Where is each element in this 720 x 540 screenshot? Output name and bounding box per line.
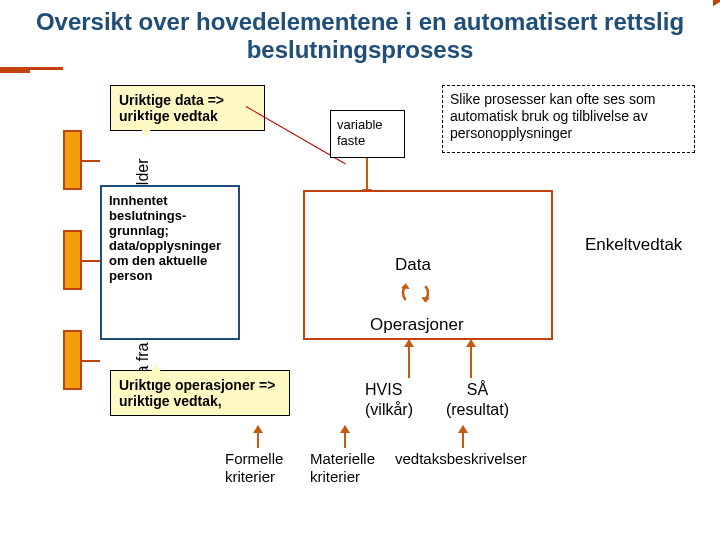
arrow-formelle-up — [257, 426, 259, 448]
connector-src2 — [82, 260, 100, 262]
variable-box: variable faste — [330, 110, 405, 158]
arrow-processing-to-result — [0, 70, 30, 73]
arrow-saa-up — [470, 340, 472, 378]
svg-marker-0 — [401, 283, 410, 289]
formelle-label: Formelle kriterier — [225, 450, 297, 486]
source-block-3 — [63, 330, 82, 390]
vedtaks-label: vedtaksbeskrivelser — [395, 450, 527, 468]
connector-src3 — [82, 360, 100, 362]
data-label: Data — [395, 255, 431, 275]
page-title: Oversikt over hovedelementene i en autom… — [0, 0, 720, 67]
vilkaar-label: (vilkår) — [365, 401, 413, 418]
cycle-icon — [398, 278, 433, 308]
operations-label: Operasjoner — [370, 315, 464, 335]
materielle-label: Materielle kriterier — [310, 450, 388, 486]
hvis-label: HVIS — [365, 381, 402, 398]
condition-result-label: HVIS(vilkår) SÅ(resultat) — [365, 380, 513, 420]
decision-basis-box: Innhentet beslutnings-grunnlag; data/opp… — [100, 185, 240, 340]
variable-line1: variable — [337, 117, 398, 133]
saa-label: SÅ — [467, 381, 488, 398]
resultat-label: (resultat) — [446, 401, 509, 418]
process-note-box: Slike prosesser kan ofte ses som automat… — [442, 85, 695, 153]
source-block-1 — [63, 130, 82, 190]
variable-line2: faste — [337, 133, 398, 149]
arrow-materielle-up — [344, 426, 346, 448]
svg-marker-1 — [421, 297, 430, 303]
arrow-vedtaks-up — [462, 426, 464, 448]
source-block-2 — [63, 230, 82, 290]
connector-src1 — [82, 160, 100, 162]
arrow-hvis-up — [408, 340, 410, 378]
callout-wrong-ops: Uriktige operasjoner => uriktige vedtak, — [110, 370, 290, 416]
callout-wrong-data: Uriktige data => uriktige vedtak — [110, 85, 265, 131]
result-label: Enkeltvedtak — [585, 235, 682, 255]
